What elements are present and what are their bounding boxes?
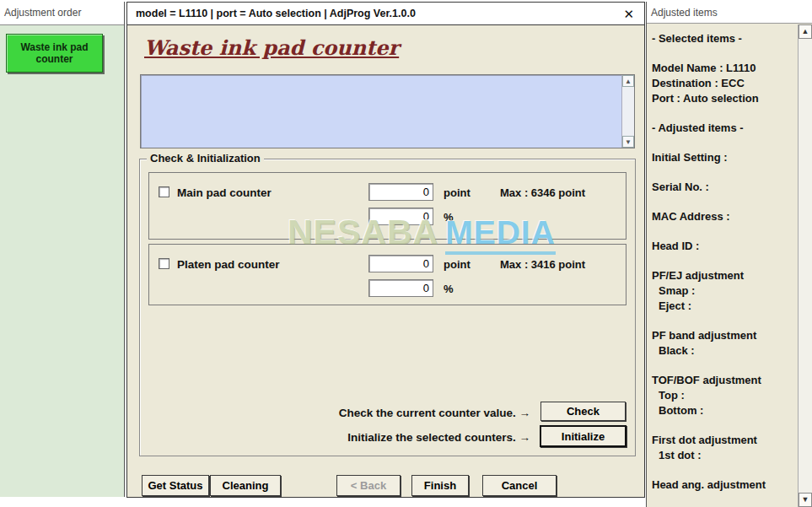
adjusted-item-line: Model Name : L1110 xyxy=(652,61,798,76)
adjusted-item-line: 1st dot : xyxy=(652,448,798,463)
check-instruction-label: Check the current counter value. → xyxy=(227,407,530,419)
back-button[interactable]: < Back xyxy=(336,475,401,496)
dialog-title: model = L1110 | port = Auto selection | … xyxy=(136,8,416,19)
platen-pad-max-label: Max : 3416 point xyxy=(500,258,585,271)
percent-unit-label: % xyxy=(444,211,454,224)
adjusted-item-line: Top : xyxy=(652,388,798,403)
main-pad-counter-label: Main pad counter xyxy=(177,186,272,199)
adjusted-item-line: PF band adjustment xyxy=(652,328,798,343)
adjusted-item-line: TOF/BOF adjustment xyxy=(652,373,798,388)
platen-pad-counter-row: Platen pad counter point Max : 3416 poin… xyxy=(148,244,626,305)
adjusted-item-line: Eject : xyxy=(652,299,798,314)
group-title: Check & Initialization xyxy=(147,152,264,165)
point-unit-label: point xyxy=(444,186,471,199)
initialize-button[interactable]: Initialize xyxy=(540,425,626,447)
adjusted-item-line: Serial No. : xyxy=(652,180,798,195)
platen-pad-counter-label: Platen pad counter xyxy=(177,258,280,271)
adjusted-item-line: Bottom : xyxy=(652,403,798,418)
adjusted-item-line: Black : xyxy=(652,343,798,359)
adjusted-item-line: Head ID : xyxy=(652,239,798,254)
scroll-down-icon[interactable]: ▼ xyxy=(799,493,812,507)
adjusted-item-line: Port : Auto selection xyxy=(652,91,798,106)
point-unit-label: point xyxy=(444,258,471,271)
main-pad-max-label: Max : 6346 point xyxy=(500,186,585,199)
adjprog-dialog: model = L1110 | port = Auto selection | … xyxy=(126,2,645,498)
adjusted-item-line: PF/EJ adjustment xyxy=(652,268,798,283)
adjusted-item-line: Smap : xyxy=(652,283,798,299)
finish-button[interactable]: Finish xyxy=(411,475,469,496)
cleaning-button[interactable]: Cleaning xyxy=(210,475,281,496)
scroll-down-icon[interactable]: ▼ xyxy=(622,136,634,148)
platen-pad-counter-checkbox[interactable] xyxy=(159,258,169,269)
platen-pad-point-input[interactable] xyxy=(368,255,433,272)
adjustment-order-title: Adjustment order xyxy=(0,2,124,24)
right-panel-scrollbar[interactable]: ▲ ▼ xyxy=(798,24,812,507)
check-button[interactable]: Check xyxy=(540,402,626,421)
scroll-up-icon[interactable]: ▲ xyxy=(622,75,634,87)
page-title: Waste ink pad counter xyxy=(144,35,399,60)
adjusted-items-body: - Selected items - Model Name : L1110 De… xyxy=(647,24,798,507)
waste-ink-pad-counter-button[interactable]: Waste ink pad counter xyxy=(6,34,103,73)
adjusted-item-line: MAC Address : xyxy=(652,209,798,224)
main-pad-percent-input[interactable] xyxy=(368,208,433,225)
get-status-button[interactable]: Get Status xyxy=(142,475,209,496)
adjusted-items-panel: Adjusted items - Selected items - Model … xyxy=(646,2,812,507)
percent-unit-label: % xyxy=(444,283,454,295)
adjusted-item-line: Destination : ECC xyxy=(652,76,798,91)
adjusted-item-line: - Selected items - xyxy=(652,31,798,46)
platen-pad-percent-input[interactable] xyxy=(368,279,433,297)
main-pad-point-input[interactable] xyxy=(368,183,433,201)
adjusted-items-title: Adjusted items xyxy=(647,2,812,24)
main-pad-counter-checkbox[interactable] xyxy=(159,186,169,197)
adjusted-item-line: - Adjusted items - xyxy=(652,121,798,136)
adjusted-item-line: Initial Setting : xyxy=(652,150,798,165)
scroll-up-icon[interactable]: ▲ xyxy=(799,24,812,39)
main-pad-counter-row: Main pad counter point Max : 6346 point … xyxy=(148,172,626,240)
adjustment-order-panel: Adjustment order Waste ink pad counter xyxy=(0,2,125,497)
dialog-titlebar: model = L1110 | port = Auto selection | … xyxy=(127,3,644,25)
message-listbox[interactable]: ▲ ▼ xyxy=(140,74,635,148)
adjusted-item-line: First dot adjustment xyxy=(652,433,798,448)
cancel-button[interactable]: Cancel xyxy=(482,475,557,496)
initialize-instruction-label: Initialize the selected counters. → xyxy=(227,431,530,444)
listbox-scrollbar[interactable]: ▲ ▼ xyxy=(621,75,634,148)
adjustment-order-body: Waste ink pad counter xyxy=(0,24,124,497)
adjusted-item-line: Head ang. adjustment xyxy=(652,477,798,493)
close-icon[interactable]: ✕ xyxy=(623,8,634,20)
dialog-body: Waste ink pad counter ▲ ▼ Check & Initia… xyxy=(127,25,644,497)
